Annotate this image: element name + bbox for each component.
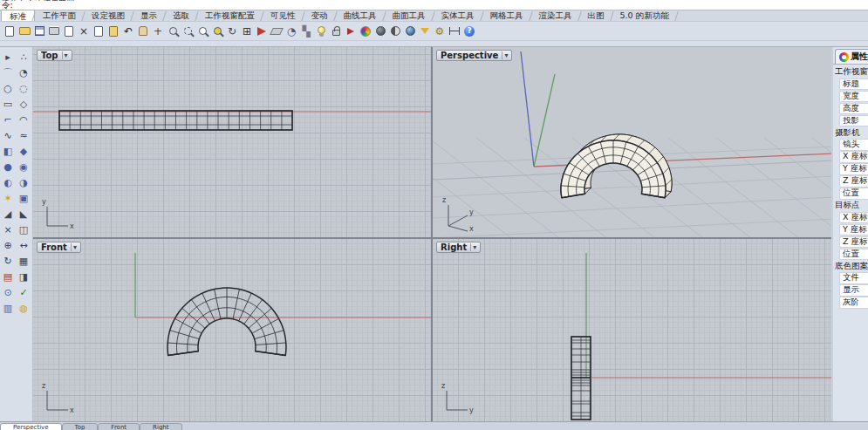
prop-show[interactable]: 显示 (839, 284, 868, 297)
viewport-right[interactable]: Right ▾ z y (433, 239, 831, 421)
trim-icon[interactable]: × (0, 222, 16, 237)
prop-projection[interactable]: 投影 (839, 115, 868, 127)
prop-cam-z[interactable]: Z 座标 (839, 175, 868, 188)
toolbar-tab[interactable]: 出图 (580, 10, 612, 21)
viewport-perspective-title[interactable]: Perspective ▾ (436, 50, 512, 61)
split-icon[interactable]: ◫ (16, 222, 31, 237)
prop-target-z[interactable]: Z 座标 (839, 236, 868, 249)
shade-icon[interactable] (255, 24, 269, 38)
export-icon[interactable] (62, 24, 76, 38)
mirror-icon[interactable]: ◨ (16, 269, 31, 284)
dimension-icon[interactable] (448, 24, 461, 38)
sphere-icon[interactable]: ● (0, 159, 16, 174)
viewport-menu-arrow-icon[interactable]: ▾ (502, 51, 509, 59)
solid-icon[interactable]: ◉ (16, 159, 31, 174)
select-pointer-icon[interactable]: ▸ (0, 49, 16, 65)
viewport-menu-arrow-icon[interactable]: ▾ (470, 243, 478, 251)
section-camera[interactable]: 摄影机 (833, 127, 868, 140)
helix-icon[interactable]: ≈ (16, 127, 31, 143)
prop-height[interactable]: 高度 (839, 103, 868, 115)
toolbar-tab[interactable]: 曲线工具 (336, 10, 385, 21)
boolean-union-icon[interactable]: ◐ (0, 174, 16, 190)
render-icon[interactable] (403, 24, 417, 38)
prop-lens[interactable]: 镜头 (839, 139, 868, 151)
zoom-in-icon[interactable] (166, 24, 180, 38)
toolbar-tab[interactable]: 工作平面 (35, 10, 84, 21)
history-icon[interactable]: ◔ (284, 24, 298, 38)
toolbar-tab[interactable]: 设定视图 (84, 10, 133, 21)
color-wheel-icon[interactable] (359, 24, 372, 38)
viewport-perspective[interactable]: Perspective ▾ z x y (433, 47, 831, 237)
move-tool-icon[interactable]: ↔ (16, 237, 31, 253)
rectangle-icon[interactable]: ▭ (0, 96, 16, 112)
new-file-icon[interactable] (3, 24, 17, 38)
command-prompt[interactable]: 令: (0, 1, 868, 10)
prop-target-x[interactable]: X 座标 (839, 212, 868, 224)
display-mode-icon[interactable] (344, 24, 358, 38)
toolbar-tab[interactable]: 工作视窗配置 (197, 10, 263, 21)
section-target[interactable]: 目标点 (833, 200, 868, 212)
corner-surface-icon[interactable]: ◆ (16, 143, 31, 159)
prop-file[interactable]: 文件 (839, 272, 868, 284)
toolbar-tab[interactable]: 可见性 (263, 10, 304, 21)
delete-icon[interactable]: × (77, 24, 91, 38)
section-viewport[interactable]: 工作视窗 (833, 66, 868, 78)
viewport-menu-arrow-icon[interactable]: ▾ (71, 243, 79, 251)
toolbar-tab[interactable]: 网格工具 (482, 10, 531, 21)
paste-icon[interactable] (106, 24, 120, 38)
toolbar-tab[interactable]: 显示 (133, 10, 165, 21)
toolbar-tab[interactable]: 渲染工具 (531, 10, 580, 21)
rotate-view-icon[interactable]: ↻ (225, 24, 239, 38)
explode-icon[interactable]: ✶ (0, 190, 16, 206)
arc-icon[interactable]: ◠ (16, 112, 31, 127)
zoom-dynamic-icon[interactable] (195, 24, 209, 38)
render-half-icon[interactable] (388, 24, 402, 38)
prop-target-y[interactable]: Y 座标 (839, 224, 868, 236)
freeform-curve-icon[interactable]: ∿ (0, 127, 16, 143)
polygon-icon[interactable]: ◇ (16, 96, 31, 112)
viewport-top-title[interactable]: Top ▾ (37, 50, 72, 61)
join-icon[interactable]: ⊕ (0, 237, 16, 253)
points-icon[interactable]: ∴ (16, 49, 31, 65)
material-icon[interactable]: ◍ (16, 300, 31, 316)
scale-icon[interactable]: ▦ (16, 253, 31, 269)
cplane-icon[interactable] (270, 24, 284, 38)
copy-icon[interactable] (92, 24, 106, 38)
circle-icon[interactable]: ○ (0, 80, 16, 96)
lamp-icon[interactable] (314, 24, 328, 38)
move-icon[interactable]: + (151, 24, 165, 38)
prop-grayscale[interactable]: 灰阶 (839, 297, 868, 309)
render-preview-icon[interactable] (373, 24, 387, 38)
toolbar-tab[interactable]: 曲面工具 (385, 10, 434, 21)
viewport-tab[interactable]: Front (98, 423, 140, 430)
ellipse-icon[interactable]: ◌ (16, 80, 31, 96)
prop-cam-x[interactable]: X 座标 (839, 151, 868, 163)
selection-filter-icon[interactable] (418, 24, 432, 38)
prop-width[interactable]: 宽度 (839, 91, 868, 103)
print-icon[interactable] (47, 24, 61, 38)
toolbar-tab[interactable]: 实体工具 (434, 10, 482, 21)
curve-boolean-icon[interactable]: ⊙ (0, 284, 16, 300)
layer-icon[interactable]: ▚ (299, 24, 313, 38)
array-icon[interactable]: ▤ (0, 269, 16, 284)
viewport-front[interactable]: Front ▾ z x (33, 239, 431, 421)
section-wallpaper[interactable]: 底色图案 (833, 261, 868, 273)
viewport-layout-icon[interactable]: ⊞ (240, 24, 254, 38)
mesh-icon[interactable]: ▥ (0, 300, 16, 316)
chamfer-icon[interactable]: ◣ (16, 206, 31, 222)
prop-target-position[interactable]: 位置 (839, 249, 868, 261)
open-file-icon[interactable] (17, 24, 31, 38)
control-points-icon[interactable]: ⌒ (0, 65, 16, 80)
pan-hand-icon[interactable] (136, 24, 150, 38)
rotate-tool-icon[interactable]: ↻ (0, 253, 16, 269)
view-rotate-icon[interactable]: ◔ (16, 65, 31, 80)
options-gear-icon[interactable]: ⚙ (433, 24, 447, 38)
toolbar-tab[interactable]: 标准 (1, 10, 35, 21)
toolbar-tab[interactable]: 选取 (165, 10, 197, 21)
help-icon[interactable]: ? (462, 24, 476, 38)
viewport-tab[interactable]: Perspective (0, 423, 62, 430)
toolbar-tab[interactable]: 变动 (304, 10, 336, 21)
undo-icon[interactable]: ↶ (121, 24, 135, 38)
prop-cam-y[interactable]: Y 座标 (839, 163, 868, 175)
viewport-top[interactable]: Top ▾ y x (33, 47, 431, 237)
